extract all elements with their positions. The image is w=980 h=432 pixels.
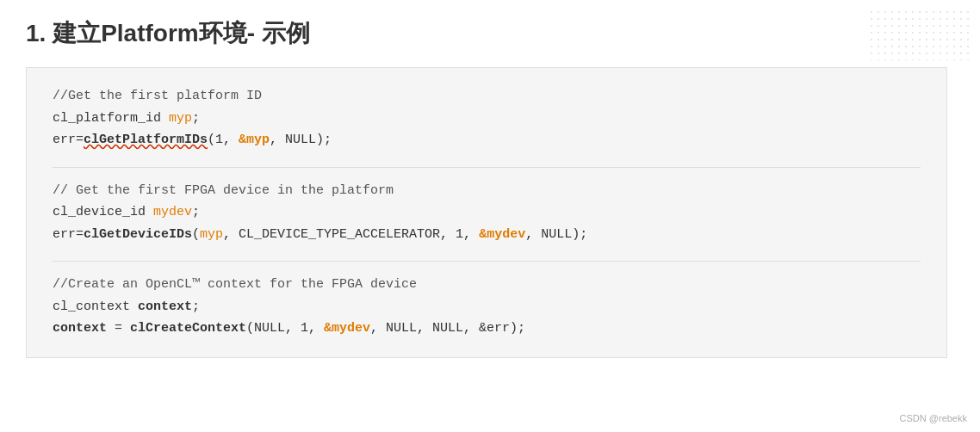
page-container: 1. 建立Platform环境- 示例 //Get the first plat… [0,0,980,432]
code-text: (1, [208,133,239,147]
comment-text: // Get the first FPGA device in the plat… [53,183,394,198]
code-line: // Get the first FPGA device in the plat… [53,180,921,202]
code-text: (NULL, 1, [246,321,324,336]
code-text: err= [53,227,84,242]
variable-amp-myp: &myp [239,133,270,147]
comment-text: //Create an OpenCL™ context for the FPGA… [53,277,417,292]
code-text: ( [192,227,200,242]
code-line: cl_device_id mydev; [53,201,921,224]
code-text: = [107,321,130,336]
function-clGetPlatformIDs: clGetPlatformIDs [84,133,208,147]
page-title: 1. 建立Platform环境- 示例 [26,17,954,50]
code-line: //Create an OpenCL™ context for the FPGA… [53,274,921,296]
section-divider-2 [53,261,921,262]
variable-amp-mydev-2: &mydev [324,321,370,336]
code-section-2: // Get the first FPGA device in the plat… [53,180,921,246]
comment-text: //Get the first platform ID [53,89,262,103]
variable-amp-mydev: &mydev [479,227,525,242]
watermark: CSDN @rebekk [900,413,967,423]
code-line: context = clCreateContext(NULL, 1, &myde… [53,318,921,340]
code-text: , CL_DEVICE_TYPE_ACCELERATOR, 1, [223,227,479,242]
code-text: ; [192,205,200,219]
variable-context: context [138,299,192,314]
dot-pattern-decoration [868,9,971,60]
function-clCreateContext: clCreateContext [130,321,246,336]
variable-mydev: mydev [153,205,192,219]
code-text: , NULL); [525,227,587,242]
code-section-3: //Create an OpenCL™ context for the FPGA… [53,274,921,340]
code-section-1: //Get the first platform ID cl_platform_… [53,85,921,151]
code-text: ; [192,299,200,314]
function-clGetDeviceIDs: clGetDeviceIDs [84,227,192,242]
code-line: cl_context context; [53,296,921,318]
code-text: , NULL); [270,133,332,147]
variable-context-ref: context [53,321,107,336]
code-text: cl_platform_id [53,111,169,126]
code-block: //Get the first platform ID cl_platform_… [26,67,947,358]
code-text: , NULL, NULL, &err); [370,321,525,336]
variable-myp-ref: myp [200,227,223,242]
code-text: err= [53,133,84,147]
code-text: cl_device_id [53,205,153,219]
code-line: err=clGetPlatformIDs(1, &myp, NULL); [53,129,921,151]
code-line: cl_platform_id myp; [53,108,921,130]
code-text: cl_context [53,299,138,314]
variable-myp: myp [169,111,192,126]
code-text: ; [192,111,200,126]
code-line: //Get the first platform ID [53,85,921,108]
code-line: err=clGetDeviceIDs(myp, CL_DEVICE_TYPE_A… [53,224,921,246]
section-divider [53,167,921,168]
